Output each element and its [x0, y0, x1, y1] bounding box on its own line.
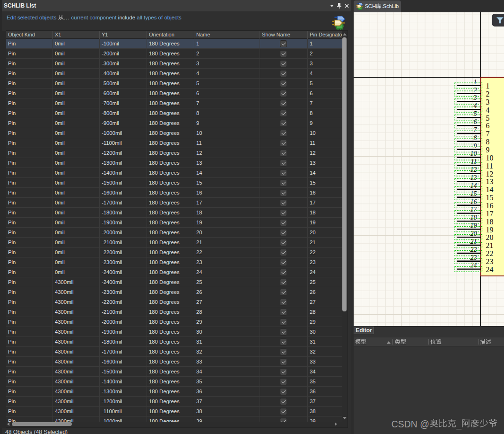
svg-text:20: 20: [486, 233, 494, 241]
svg-text:21: 21: [470, 238, 477, 245]
svg-text:15: 15: [470, 190, 477, 197]
svg-text:9: 9: [474, 142, 477, 150]
svg-text:17: 17: [470, 206, 478, 213]
svg-text:1: 1: [486, 82, 490, 90]
svg-text:24: 24: [486, 266, 494, 274]
svg-text:1: 1: [474, 79, 477, 86]
svg-text:12: 12: [470, 166, 477, 173]
svg-text:7: 7: [474, 126, 478, 133]
svg-text:20: 20: [470, 230, 477, 237]
svg-text:22: 22: [486, 249, 494, 257]
svg-text:4: 4: [474, 102, 477, 109]
svg-text:16: 16: [486, 202, 494, 210]
svg-text:8: 8: [486, 138, 490, 146]
svg-text:12: 12: [486, 170, 494, 178]
svg-text:6: 6: [486, 122, 490, 130]
svg-text:2: 2: [486, 90, 490, 98]
svg-text:14: 14: [470, 182, 477, 189]
svg-text:3: 3: [486, 98, 490, 106]
svg-text:23: 23: [486, 257, 494, 266]
svg-text:22: 22: [470, 246, 477, 253]
svg-text:2: 2: [474, 87, 477, 94]
svg-text:18: 18: [486, 218, 494, 226]
svg-text:8: 8: [474, 134, 477, 142]
svg-text:5: 5: [486, 114, 490, 122]
svg-text:21: 21: [486, 241, 494, 249]
svg-text:3: 3: [473, 94, 477, 101]
svg-text:17: 17: [486, 210, 494, 218]
svg-text:23: 23: [470, 254, 477, 261]
svg-text:7: 7: [486, 130, 490, 138]
svg-text:18: 18: [470, 214, 477, 221]
svg-text:10: 10: [486, 154, 494, 162]
svg-text:15: 15: [486, 194, 494, 202]
svg-text:13: 13: [486, 177, 494, 186]
svg-text:16: 16: [470, 198, 477, 205]
svg-text:10: 10: [470, 150, 477, 157]
svg-text:9: 9: [486, 146, 490, 154]
svg-text:11: 11: [471, 158, 477, 165]
svg-text:24: 24: [470, 262, 477, 269]
svg-text:19: 19: [470, 222, 477, 229]
svg-text:19: 19: [486, 226, 494, 234]
svg-text:4: 4: [486, 106, 490, 114]
svg-text:6: 6: [474, 118, 477, 125]
svg-text:13: 13: [470, 174, 477, 181]
svg-text:5: 5: [474, 110, 477, 117]
svg-text:14: 14: [486, 186, 494, 194]
svg-text:11: 11: [486, 162, 493, 170]
